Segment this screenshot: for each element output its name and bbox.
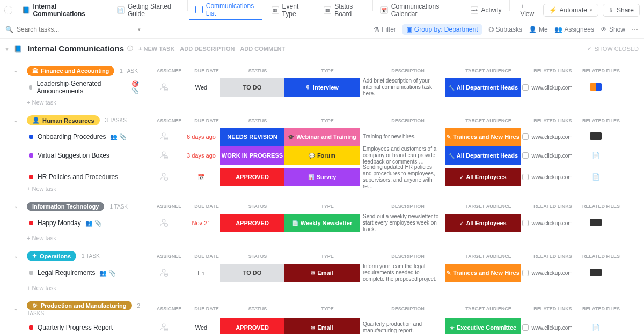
status-chip[interactable]: NEEDS REVISION <box>220 128 284 146</box>
related-file[interactable]: 📄 <box>574 152 617 159</box>
group-pill[interactable]: ✦Operations <box>27 251 76 261</box>
automate-button[interactable]: ⚡ Automate ▾ <box>543 4 598 17</box>
col-header[interactable]: DESCRIPTION <box>365 254 451 259</box>
col-header[interactable]: TARGET AUDIENCE <box>451 204 526 209</box>
related-link[interactable]: www.clickup.com <box>521 152 574 159</box>
col-header[interactable]: DUE DATE <box>188 204 225 209</box>
nav-tab-activity[interactable]: ⟿Activity <box>464 0 508 20</box>
me-button[interactable]: 👤Me <box>529 26 548 33</box>
collapse-icon[interactable]: ▾ <box>5 45 9 53</box>
group-pill[interactable]: ⛭Production and Manufacturing <box>27 301 132 310</box>
col-header[interactable]: STATUS <box>225 204 290 209</box>
task-row[interactable]: Happy Monday👥 📎Nov 21APPROVED📄Weekly New… <box>0 213 644 232</box>
audience-chip[interactable]: 🔧All Department Heads <box>445 78 521 97</box>
description-cell[interactable]: Quarterly production and manufacturing r… <box>360 321 445 334</box>
show-closed-toggle[interactable]: ✓SHOW CLOSED <box>587 45 639 52</box>
related-link[interactable]: www.clickup.com <box>521 133 574 140</box>
audience-chip[interactable]: ✓All Employees <box>445 214 521 232</box>
col-header[interactable]: DUE DATE <box>188 118 225 123</box>
nav-tab-communications-list[interactable]: ≣Communications List <box>189 0 262 20</box>
assignee-icon[interactable] <box>159 221 169 229</box>
group-pill[interactable]: Information Technology <box>27 202 104 211</box>
status-square[interactable] <box>29 271 33 275</box>
assignees-button[interactable]: 👥Assignees <box>554 26 594 33</box>
col-header[interactable]: DESCRIPTION <box>365 68 451 73</box>
col-header[interactable]: RELATED LINKS <box>526 306 580 311</box>
col-header[interactable]: TYPE <box>290 254 365 259</box>
type-chip[interactable]: 💬Forum <box>284 146 360 165</box>
status-chip[interactable]: TO DO <box>220 78 284 97</box>
nav-tab--view[interactable]: + View <box>510 0 543 20</box>
description-cell[interactable]: Employees and customers of a company or … <box>360 146 445 165</box>
col-header[interactable]: ASSIGNEE <box>150 118 188 123</box>
related-file[interactable]: 📄 <box>574 173 617 181</box>
workspace-title-tab[interactable]: 📘 Internal Communications <box>16 0 108 20</box>
filter-button[interactable]: ⚗Filter <box>374 26 396 33</box>
status-chip[interactable]: WORK IN PROGRESS <box>220 146 284 165</box>
status-chip[interactable]: APPROVED <box>220 214 284 232</box>
description-cell[interactable]: Send out a weekly newsletter to start ev… <box>360 213 445 233</box>
description-cell[interactable]: Training for new hires. <box>360 133 445 140</box>
assignee-icon[interactable] <box>159 135 169 143</box>
col-header[interactable]: STATUS <box>225 254 290 259</box>
col-header[interactable]: ASSIGNEE <box>150 68 188 73</box>
assignee-icon[interactable] <box>159 154 169 161</box>
audience-chip[interactable]: ✎Trainees and New Hires <box>445 128 521 146</box>
related-file[interactable]: 📄 <box>574 324 617 331</box>
collapse-icon[interactable]: ⌄ <box>14 204 18 209</box>
col-header[interactable]: STATUS <box>225 118 290 123</box>
status-chip[interactable]: TO DO <box>220 264 284 282</box>
due-date[interactable]: Fri <box>182 270 220 276</box>
audience-chip[interactable]: ★Executive Committee <box>445 318 521 334</box>
due-date[interactable]: Wed <box>182 324 220 331</box>
assignee-icon[interactable] <box>159 86 169 93</box>
nav-tab-communications-calendar[interactable]: 📅Communications Calendar <box>374 0 462 20</box>
col-header[interactable]: RELATED FILES <box>580 118 623 123</box>
description-cell[interactable]: Add brief description of your internal c… <box>360 78 445 97</box>
col-header[interactable]: TYPE <box>290 204 365 209</box>
col-header[interactable]: TARGET AUDIENCE <box>451 306 526 311</box>
related-link[interactable]: www.clickup.com <box>521 270 574 276</box>
nav-tab-getting-started-guide[interactable]: 📄Getting Started Guide <box>111 0 186 20</box>
due-date[interactable]: Wed <box>182 84 220 91</box>
task-row[interactable]: HR Policies and Procedures📅APPROVED📊Surv… <box>0 164 644 182</box>
related-link[interactable]: www.clickup.com <box>521 324 574 331</box>
group-pill[interactable]: 👤Human Resources <box>27 115 100 125</box>
audience-chip[interactable]: 🔧All Department Heads <box>445 146 521 165</box>
chevron-down-icon[interactable]: ▾ <box>138 27 141 32</box>
groupby-button[interactable]: ▣Group by: Department <box>402 24 482 35</box>
col-header[interactable]: DUE DATE <box>188 68 225 73</box>
collapse-icon[interactable]: ⌄ <box>14 254 18 259</box>
col-header[interactable]: ASSIGNEE <box>150 254 188 259</box>
related-link[interactable]: www.clickup.com <box>521 220 574 226</box>
assignee-icon[interactable] <box>159 175 169 183</box>
related-file[interactable] <box>574 219 617 228</box>
add-description-button[interactable]: ADD DESCRIPTION <box>180 46 235 52</box>
search-box[interactable]: 🔍 ▾ <box>5 26 367 33</box>
status-chip[interactable]: APPROVED <box>220 168 284 186</box>
col-header[interactable]: RELATED LINKS <box>526 68 580 73</box>
col-header[interactable]: DESCRIPTION <box>365 204 451 209</box>
audience-chip[interactable]: ✓All Employees <box>445 168 521 186</box>
show-button[interactable]: 👁Show <box>601 26 625 33</box>
share-button[interactable]: ⇪ Share <box>603 4 640 17</box>
task-row[interactable]: Quarterly Progress ReportWedAPPROVED✉Ema… <box>0 318 644 334</box>
due-date[interactable]: Nov 21 <box>182 220 220 226</box>
col-header[interactable]: TARGET AUDIENCE <box>451 254 526 259</box>
col-header[interactable]: RELATED LINKS <box>526 118 580 123</box>
type-chip[interactable]: 🎙Interview <box>284 78 360 97</box>
nav-tab-event-type[interactable]: ▦Event Type <box>265 0 315 20</box>
info-icon[interactable]: ⓘ <box>127 44 133 53</box>
new-task-row[interactable]: + New task <box>0 96 644 106</box>
nav-tab-status-board[interactable]: ▦Status Board <box>317 0 371 20</box>
col-header[interactable]: TYPE <box>290 118 365 123</box>
task-row[interactable]: Virtual Suggestion Boxes3 days agoWORK I… <box>0 146 644 164</box>
related-file[interactable] <box>574 83 617 92</box>
related-file[interactable] <box>574 269 617 278</box>
related-link[interactable]: www.clickup.com <box>521 174 574 180</box>
new-task-button[interactable]: + NEW TASK <box>138 46 174 52</box>
col-header[interactable]: ASSIGNEE <box>150 306 188 311</box>
related-file[interactable] <box>574 132 617 142</box>
status-chip[interactable]: APPROVED <box>220 318 284 334</box>
col-header[interactable]: RELATED FILES <box>580 68 623 73</box>
